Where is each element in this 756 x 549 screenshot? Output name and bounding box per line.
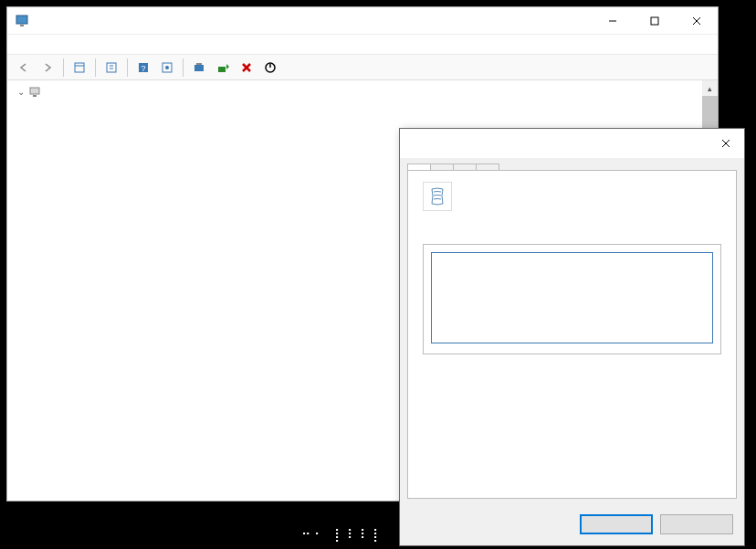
tree-root-node[interactable]: ⌄	[15, 84, 718, 100]
svg-rect-0	[16, 16, 27, 24]
svg-rect-1	[20, 25, 24, 26]
computer-icon	[27, 85, 42, 100]
svg-rect-6	[75, 63, 84, 72]
properties-button[interactable]	[100, 57, 122, 79]
toolbar: ?	[7, 55, 718, 80]
svg-text:?: ?	[141, 64, 145, 73]
disable-button[interactable]	[259, 57, 281, 79]
device-tree[interactable]: ⌄	[7, 80, 718, 103]
svg-rect-22	[33, 95, 37, 97]
titlebar[interactable]	[7, 7, 718, 35]
tab-events[interactable]	[476, 164, 499, 170]
action-button[interactable]	[156, 57, 178, 79]
tab-panel-general	[407, 170, 737, 499]
ok-button[interactable]	[580, 514, 653, 534]
taskbar-text: ⠒⠂ ⡇⠇⠇⡇	[301, 527, 385, 542]
device-status-group	[423, 244, 721, 354]
svg-rect-16	[196, 63, 202, 65]
close-button[interactable]	[676, 7, 718, 35]
tab-general[interactable]	[407, 164, 431, 170]
scan-hardware-button[interactable]	[188, 57, 210, 79]
svg-rect-17	[218, 67, 226, 72]
dialog-close-button[interactable]	[708, 129, 744, 158]
svg-rect-3	[651, 17, 658, 25]
minimize-button[interactable]	[592, 7, 634, 35]
svg-rect-15	[194, 65, 204, 71]
svg-point-14	[165, 66, 169, 69]
update-driver-button[interactable]	[212, 57, 234, 79]
svg-rect-21	[30, 88, 39, 94]
app-icon	[15, 14, 29, 28]
properties-dialog	[399, 128, 745, 546]
forward-button[interactable]	[37, 57, 58, 79]
tab-details[interactable]	[453, 164, 477, 170]
expander-icon[interactable]: ⌄	[15, 87, 27, 97]
cancel-button[interactable]	[660, 514, 733, 534]
device-status-textbox[interactable]	[431, 252, 713, 343]
uninstall-button[interactable]	[236, 57, 257, 79]
menubar	[7, 35, 718, 55]
show-hide-tree-button[interactable]	[68, 57, 90, 79]
help-button[interactable]: ?	[132, 57, 154, 79]
svg-rect-8	[107, 63, 116, 72]
scroll-up-button[interactable]: ▴	[702, 80, 718, 96]
maximize-button[interactable]	[634, 7, 676, 35]
back-button[interactable]	[13, 57, 35, 79]
dialog-tabstrip	[400, 158, 744, 170]
tab-driver[interactable]	[430, 164, 454, 170]
device-large-icon	[423, 182, 452, 211]
